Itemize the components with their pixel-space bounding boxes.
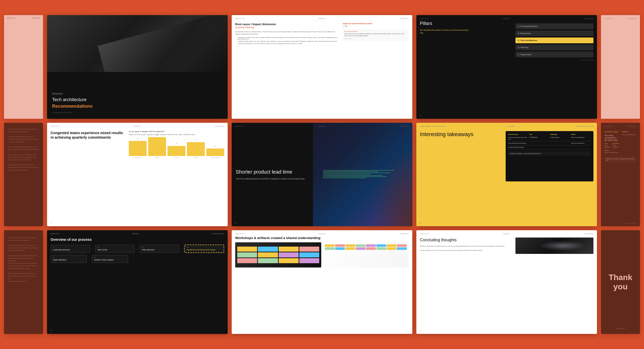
slide-9-bottom-text: Imbalance of incentives – geared towards…: [509, 153, 590, 154]
slide-9-header: Project kickoff - Tech architecture Clas…: [416, 123, 597, 129]
slide-4-header: Elsew & Co Objective Confidential: [416, 15, 597, 21]
slide-8-left: Shorter product lead time Time from init…: [232, 123, 313, 226]
pillar-c: C. Tech Architecture: [515, 37, 594, 43]
slide-1-header: Elsew & Co Confidential: [4, 15, 43, 20]
slide-8-content: Shorter product lead time Time from init…: [232, 123, 412, 226]
slide-9-cell-3-4: [571, 146, 591, 148]
bar-neutral: 6 Neutral: [168, 146, 185, 158]
slide-15-content: Thank you: [601, 230, 640, 334]
slide-10-problabel: Probability: [613, 143, 619, 144]
slide-10-section: Systemic Issue: [605, 131, 619, 133]
slide-9-col-2: Time: [529, 134, 549, 135]
sticky-12: [299, 258, 319, 263]
slide-9-row-1: Too many constraints in the same repo LO…: [508, 137, 591, 141]
slide-3-quote: One quote we liked Etiam defemd est dui,…: [343, 29, 409, 41]
slide-3-bullet1: – Maecenas semper lectus est in congue. …: [237, 37, 340, 40]
slide-7-bars: 16 Strongly agree 18 Agree 6: [129, 138, 224, 158]
slide-10-syscell-1: Time LOW-MEDIUM: [605, 143, 611, 148]
slide-9-table-header: Systemic Issue Time Probability Pattern: [508, 134, 591, 135]
slide-9-cell-2-2: [529, 142, 549, 144]
slide-6-partial: fast growing, fast moving agile organiza…: [4, 123, 43, 226]
slide-11-content: fast growing, fast moving agile organiza…: [4, 230, 43, 288]
slide-12-process: Elsew & Co Objective © Elsewhen Ltd. Ove…: [47, 230, 228, 334]
pillar-a: A. Productivity Metrics: [515, 23, 594, 29]
slide-3-impact-text: 1. TBD: [343, 25, 409, 27]
cal-2: [335, 244, 345, 247]
slide-2-title: Elsewhen Tech architecture Recommendatio…: [47, 15, 228, 119]
slide-10-priotext: Teams are prioritised by...: [605, 152, 619, 154]
slide-9-cell-2-1: Poorly defining team boundaries: [508, 142, 528, 144]
slide-3-bullet3: – Nisl purus hendrerit mi, sit amet ultr…: [237, 43, 340, 44]
slide-9-row-2: Poorly defining team boundaries Teams ar…: [508, 142, 591, 145]
slide-9-header-left: Project kickoff - Tech architecture: [420, 125, 446, 127]
slide-5-header-right: Confidential: [627, 18, 636, 19]
slide-7-footer: €: [51, 222, 52, 224]
sticky-8: [299, 252, 319, 257]
process-name-leadership: Leadership interviews: [53, 249, 88, 251]
slide-8-desc: Time from initial discussion to first MV…: [236, 177, 309, 180]
sticky-6: [258, 252, 278, 257]
bar-disagree: 1 Disagree: [187, 142, 205, 158]
slide-7-title: Congested teams experience mixed results…: [51, 131, 125, 140]
slide-7-header-left: Elsew & Co: [51, 125, 60, 127]
bar-rect-2: 18: [148, 137, 166, 156]
slide-14-body2: During interviews, it's clear some teams…: [420, 249, 512, 252]
slide-9-cell-1-3: Graph Proposed: [550, 137, 570, 140]
flow-arrow-3: →: [180, 247, 183, 251]
artifact-img-1: [235, 242, 321, 267]
slide-5-partial: Elsew & Co Confidential: [601, 15, 640, 119]
process-name-hypotheses: Hypotheses and Experiments design: [187, 249, 222, 251]
bar-label-5: Strongly disagree: [210, 157, 220, 158]
slide-12-row1: 01 Leadership interviews → 02 Team surve…: [47, 245, 228, 253]
cal-16: [397, 247, 407, 250]
slide-12-footer: €: [51, 329, 52, 332]
sticky-5: [237, 252, 257, 257]
slide-12-header-right: © Elsewhen Ltd.: [211, 233, 224, 235]
slide-10-partial: Elsew & Co Confidential Systemic Issue T…: [601, 123, 640, 226]
slide-3-quote-text: Etiam defemd est dui, at blandit ex dapi…: [344, 33, 407, 37]
slide-8-header-mid: Objective: [318, 125, 326, 127]
slide-4-desc: We identified five pillars to break out …: [420, 29, 470, 34]
process-box-impact: 04 Impact definitions: [51, 255, 87, 263]
slide-9-cell-3-3: [550, 146, 570, 148]
process-num-03: 03: [142, 247, 177, 248]
process-name-impact: Impact definitions: [53, 259, 85, 261]
process-num-02: 02: [97, 247, 132, 248]
slide-9-title: Interesting takeaways: [420, 131, 503, 138]
slide-15-text: Thank you: [601, 273, 640, 291]
slide-8-header: Elsew & Co Objective Confidential: [232, 123, 412, 130]
bar-rect-4: 1: [187, 142, 205, 156]
slide-5-header-left: Elsew & Co: [605, 18, 614, 19]
slide-15-thankyou: Thank you Elsewhen: [601, 230, 640, 334]
slide-8-header-right: Confidential: [399, 125, 409, 127]
sticky-2: [258, 247, 278, 252]
cal-1: [325, 244, 335, 247]
slide-3-header-right: Confidential: [399, 18, 409, 19]
cal-10: [335, 247, 345, 250]
slide-3-body: Suspendisse pharetra commodo lacinia. Pr…: [235, 31, 340, 35]
slide-8-person: [373, 143, 412, 226]
slide-10-footer-box: Imbalance of incentives – geared towards…: [605, 157, 636, 162]
slide-3-title: Root cause / Impact dimension: [235, 23, 340, 26]
slide-9-cell-3-2: [529, 146, 549, 148]
bar-rect-1: 16: [129, 141, 147, 156]
process-name-survey: Team survey: [97, 249, 132, 251]
slide-14-left: Concluding thoughts Based on the impact …: [420, 238, 512, 254]
code-line-2: [323, 171, 379, 172]
slide-13-title: Workshops & artifacts created a shared u…: [232, 236, 412, 242]
slide-10-page: © Elsewhen Ltd.: [625, 223, 636, 224]
cal-7: [387, 244, 396, 247]
cal-6: [376, 244, 386, 247]
pillar-b: B. Resourcing: [515, 30, 594, 36]
process-num-01: 01: [53, 247, 88, 248]
slide-14-header-right: Confidential: [584, 233, 593, 235]
process-num-06: 06: [187, 247, 222, 248]
slide-10-syscell-2: Probability Graph Proposed: [613, 143, 619, 148]
slide-9-cell-2-4: Teams are prioritised by...: [571, 142, 591, 144]
bar-rect-3: 6: [168, 146, 185, 156]
slide-2-title-text: Tech architecture: [52, 97, 223, 103]
slide-7-header-right: Confidential: [215, 125, 224, 127]
slide-14-header: Elsew & Co Objective Confidential: [416, 230, 597, 236]
slide-7-barchart: Elsew & Co Objective Confidential Conges…: [47, 123, 228, 226]
slide-10-footertext: Imbalance of incentives – geared towards…: [606, 158, 635, 161]
